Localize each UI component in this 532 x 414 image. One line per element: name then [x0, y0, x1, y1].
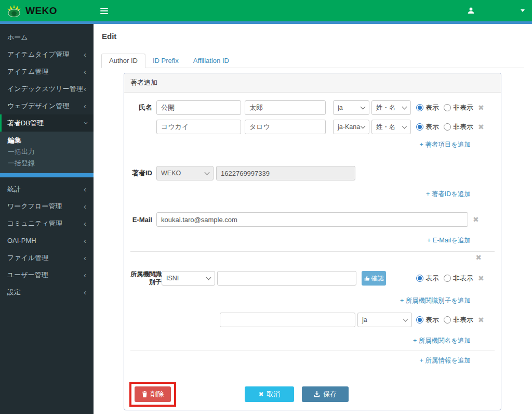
confirm-button[interactable]: 確認: [362, 271, 386, 286]
chevron-left-icon: ‹: [84, 254, 86, 262]
close-icon[interactable]: ✖: [478, 104, 484, 111]
email-row: E-Mail ✖: [129, 212, 501, 227]
sidebar-item-webdesign-mgmt[interactable]: ウェブデザイン管理‹: [0, 97, 94, 114]
add-affiliation-name-link[interactable]: + 所属機関名を追加: [413, 337, 471, 344]
cancel-button[interactable]: ✖ 取消: [245, 386, 294, 402]
submenu-item-import[interactable]: 一括登録: [0, 158, 94, 169]
hamburger-menu-icon[interactable]: [100, 8, 108, 14]
tab-author-id[interactable]: Author ID: [101, 54, 145, 68]
brand-logo[interactable]: WEKO: [0, 0, 94, 21]
affiliation-name-language-select[interactable]: ja: [357, 313, 412, 327]
top-navbar: WEKO: [0, 0, 532, 21]
name-label: 氏名: [129, 103, 152, 112]
hide-radio[interactable]: [444, 275, 451, 282]
name-language-select[interactable]: ja: [333, 100, 369, 115]
chevron-left-icon: ‹: [84, 202, 86, 210]
sidebar-item-indextree-mgmt[interactable]: インデックスツリー管理‹: [0, 80, 94, 97]
close-icon[interactable]: ✖: [475, 253, 482, 262]
family-kana-input[interactable]: [156, 120, 241, 134]
close-icon[interactable]: ✖: [478, 275, 484, 282]
chevron-left-icon: ‹: [84, 237, 86, 244]
email-label: E-Mail: [129, 216, 152, 224]
tab-bar: Author ID ID Prefix Affiliation ID: [101, 54, 524, 68]
add-author-id-link[interactable]: + 著者IDを追加: [426, 190, 471, 198]
authordb-submenu: 編集 一括出力 一括登録: [0, 132, 94, 173]
close-icon[interactable]: ✖: [478, 316, 484, 324]
close-icon[interactable]: ✖: [478, 123, 484, 131]
chevron-left-icon: ‹: [84, 271, 86, 279]
sidebar-item-oai-pmh[interactable]: OAI-PMH‹: [0, 232, 94, 249]
delete-highlight-annotation: 削除: [129, 382, 176, 407]
navbar-main: [94, 0, 532, 21]
hand-confirm-icon: [364, 276, 370, 281]
main-content: Edit Author ID ID Prefix Affiliation ID …: [94, 24, 532, 414]
sidebar-item-home[interactable]: ホーム: [0, 29, 94, 46]
section-divider: [130, 351, 495, 351]
sidebar-item-settings[interactable]: 設定‹: [0, 283, 94, 301]
close-icon[interactable]: ✖: [473, 216, 479, 223]
sidebar-item-itemtype-mgmt[interactable]: アイテムタイプ管理‹: [0, 46, 94, 63]
user-menu[interactable]: [467, 7, 525, 15]
submenu-item-export[interactable]: 一括出力: [0, 146, 94, 158]
affiliation-display-radio-group: 表示 非表示: [416, 274, 473, 283]
add-email-link[interactable]: + E-Mailを追加: [427, 237, 471, 244]
affiliation-name-input[interactable]: [220, 313, 355, 327]
author-id-row: 著者ID WEKO: [129, 166, 501, 180]
submenu-item-edit[interactable]: 編集: [0, 135, 94, 146]
caret-down-icon: [521, 9, 525, 12]
accent-divider: [0, 21, 532, 24]
show-radio[interactable]: [416, 104, 423, 111]
sidebar-item-statistics[interactable]: 統計‹: [0, 180, 94, 198]
hide-radio[interactable]: [444, 123, 451, 131]
chevron-left-icon: ‹: [84, 288, 86, 296]
action-buttons-row: 削除 ✖ 取消 保存: [129, 382, 501, 407]
affiliation-name-display-radio-group: 表示 非表示: [416, 315, 473, 325]
add-affiliation-id-link[interactable]: + 所属機関識別子を追加: [400, 297, 471, 304]
sidebar-blue-bar: [0, 173, 94, 177]
chevron-down-icon: [361, 104, 366, 109]
sidebar-item-workflow-mgmt[interactable]: ワークフロー管理‹: [0, 198, 94, 215]
sidebar-nav: ホーム アイテムタイプ管理‹ アイテム管理‹ インデックスツリー管理‹ ウェブデ…: [0, 24, 94, 414]
show-radio[interactable]: [416, 275, 423, 282]
sidebar-item-authordb-mgmt[interactable]: 著者DB管理‹: [0, 114, 94, 132]
save-button[interactable]: 保存: [302, 386, 349, 402]
given-name-input[interactable]: [245, 100, 326, 115]
add-author-item-link[interactable]: + 著者項目を追加: [419, 141, 471, 148]
delete-button[interactable]: 削除: [135, 386, 171, 402]
sidebar-item-community-mgmt[interactable]: コミュニティ管理‹: [0, 215, 94, 232]
author-id-scheme-select[interactable]: WEKO: [156, 166, 214, 180]
add-affiliation-info-link[interactable]: + 所属情報を追加: [419, 357, 471, 364]
given-kana-input[interactable]: [245, 120, 326, 134]
panel-header: 著者追加: [124, 73, 501, 93]
chevron-left-icon: ‹: [84, 185, 86, 193]
brand-text: WEKO: [25, 5, 57, 17]
sidebar-item-file-mgmt[interactable]: ファイル管理‹: [0, 249, 94, 266]
show-radio[interactable]: [416, 316, 423, 324]
kana-language-select[interactable]: ja-Kana: [333, 120, 369, 134]
trash-icon: [142, 391, 148, 397]
chevron-down-icon: [402, 123, 407, 128]
show-radio[interactable]: [416, 123, 423, 131]
user-icon: [467, 7, 475, 15]
affiliation-id-input[interactable]: [217, 271, 356, 286]
section-divider: [130, 251, 495, 252]
kana-order-select[interactable]: 姓・名: [371, 120, 411, 134]
chevron-down-icon: [205, 170, 210, 175]
author-id-label: 著者ID: [129, 169, 152, 178]
name-order-select[interactable]: 姓・名: [371, 100, 411, 115]
affiliation-name-row: ja 表示 非表示 ✖: [129, 313, 501, 327]
email-input[interactable]: [156, 212, 468, 227]
tab-id-prefix[interactable]: ID Prefix: [145, 54, 186, 68]
hide-radio[interactable]: [444, 104, 451, 111]
name-display-radio-group-1: 表示 非表示: [416, 103, 473, 112]
chevron-left-icon: ‹: [84, 219, 86, 227]
family-name-input[interactable]: [156, 100, 241, 115]
chevron-left-icon: ‹: [84, 50, 86, 58]
affiliation-scheme-select[interactable]: ISNI: [162, 271, 215, 286]
name-display-radio-group-2: 表示 非表示: [416, 122, 473, 132]
tab-affiliation-id[interactable]: Affiliation ID: [186, 54, 236, 68]
hide-radio[interactable]: [444, 316, 451, 324]
sidebar-item-user-mgmt[interactable]: ユーザー管理‹: [0, 266, 94, 283]
sidebar-item-item-mgmt[interactable]: アイテム管理‹: [0, 63, 94, 80]
chevron-left-icon: ‹: [84, 68, 86, 75]
